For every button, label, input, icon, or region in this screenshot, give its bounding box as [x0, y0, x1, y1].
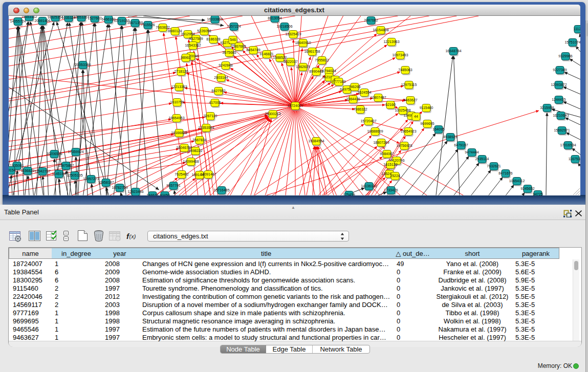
svg-text:16033809: 16033809 [207, 17, 223, 21]
svg-text:16543362: 16543362 [185, 43, 201, 47]
svg-text:14099468: 14099468 [183, 160, 199, 163]
svg-text:98961: 98961 [181, 56, 191, 59]
svg-text:8990448: 8990448 [309, 70, 323, 73]
svg-text:1615132: 1615132 [383, 163, 397, 166]
svg-text:16961758: 16961758 [304, 50, 320, 53]
svg-text:12353594: 12353594 [198, 126, 214, 129]
svg-text:9245652: 9245652 [520, 187, 534, 190]
svg-text:1733426: 1733426 [384, 188, 398, 192]
svg-text:8660124: 8660124 [168, 29, 182, 33]
svg-text:8186328: 8186328 [206, 37, 220, 41]
svg-text:3215958: 3215958 [540, 106, 554, 110]
svg-text:14091447: 14091447 [200, 172, 216, 176]
svg-text:13325419: 13325419 [285, 32, 301, 36]
svg-text:7357224: 7357224 [227, 25, 241, 28]
svg-text:8471676: 8471676 [498, 171, 512, 175]
svg-text:9463627: 9463627 [403, 98, 417, 102]
svg-text:12213963: 12213963 [383, 40, 399, 43]
svg-text:10653267: 10653267 [73, 16, 89, 19]
svg-text:18807249: 18807249 [373, 141, 389, 144]
svg-text:10688609: 10688609 [367, 129, 383, 133]
svg-text:19353112: 19353112 [21, 16, 37, 18]
svg-text:9242848: 9242848 [219, 63, 232, 67]
svg-text:15751074: 15751074 [564, 40, 580, 44]
svg-text:5226058: 5226058 [197, 29, 211, 33]
svg-text:9329966: 9329966 [558, 54, 572, 58]
svg-text:19756928: 19756928 [396, 144, 412, 147]
svg-text:19654923: 19654923 [400, 129, 416, 133]
svg-text:15692971: 15692971 [554, 128, 570, 132]
svg-text:25300213: 25300213 [265, 112, 280, 116]
svg-text:15720407: 15720407 [360, 119, 376, 123]
svg-text:19218506: 19218506 [276, 25, 292, 28]
svg-text:2718126: 2718126 [174, 70, 188, 73]
svg-text:417006: 417006 [209, 101, 221, 104]
svg-text:12975115: 12975115 [401, 83, 417, 86]
svg-text:7986322: 7986322 [353, 107, 367, 111]
svg-text:16154808: 16154808 [373, 28, 388, 32]
svg-text:10958187: 10958187 [98, 181, 114, 184]
svg-text:1145194: 1145194 [52, 172, 66, 176]
svg-text:9146821: 9146821 [259, 52, 273, 56]
svg-text:1244415: 1244415 [552, 98, 565, 101]
svg-text:164095: 164095 [432, 127, 444, 131]
svg-text:1167534: 1167534 [569, 157, 580, 161]
svg-text:1588520: 1588520 [273, 56, 287, 59]
svg-text:18640910: 18640910 [295, 41, 311, 45]
svg-text:746266: 746266 [349, 85, 360, 89]
svg-text:8938923: 8938923 [443, 135, 457, 139]
svg-text:7632621: 7632621 [487, 164, 500, 168]
svg-text:3567834: 3567834 [192, 138, 206, 142]
svg-text:6479197: 6479197 [454, 143, 468, 147]
svg-text:12942737: 12942737 [34, 169, 50, 173]
svg-text:44: 44 [414, 115, 418, 118]
svg-text:7515526: 7515526 [141, 23, 155, 27]
svg-text:2935114: 2935114 [475, 157, 489, 161]
svg-text:2364436: 2364436 [346, 97, 360, 101]
svg-text:(x): (x) [129, 233, 136, 239]
svg-text:14055724: 14055724 [10, 19, 26, 23]
svg-text:6794024: 6794024 [322, 69, 336, 73]
svg-text:20053346: 20053346 [75, 63, 91, 67]
svg-text:19384554: 19384554 [308, 139, 324, 143]
svg-text:9327509: 9327509 [189, 37, 203, 40]
svg-text:3267110: 3267110 [204, 114, 217, 118]
svg-text:12213363: 12213363 [171, 85, 187, 89]
svg-text:12923446: 12923446 [127, 190, 143, 193]
svg-text:3498222: 3498222 [188, 149, 202, 152]
svg-text:1527602: 1527602 [88, 16, 101, 20]
svg-text:9777169: 9777169 [332, 80, 345, 83]
svg-text:16210643: 16210643 [553, 114, 569, 117]
svg-text:8427552: 8427552 [211, 89, 225, 93]
svg-text:18724007: 18724007 [287, 104, 303, 107]
svg-text:2803144: 2803144 [214, 76, 228, 79]
svg-text:17016534: 17016534 [560, 143, 576, 147]
svg-text:10973493: 10973493 [392, 53, 408, 57]
svg-text:9474444: 9474444 [465, 150, 478, 154]
svg-text:15716485: 15716485 [213, 188, 229, 192]
svg-text:3675685: 3675685 [222, 51, 236, 54]
svg-text:10975867: 10975867 [58, 164, 74, 167]
svg-text:62160: 62160 [385, 103, 396, 106]
svg-text:5322037: 5322037 [284, 60, 297, 63]
svg-text:10654112: 10654112 [509, 179, 525, 183]
svg-text:1156829: 1156829 [21, 169, 35, 172]
svg-text:2867608: 2867608 [232, 45, 246, 48]
svg-text:94725: 94725 [533, 192, 543, 195]
svg-text:18325354: 18325354 [47, 16, 63, 19]
svg-text:8454749: 8454749 [246, 48, 260, 52]
svg-text:10807487: 10807487 [370, 96, 386, 99]
svg-text:19166825: 19166825 [171, 131, 187, 135]
svg-text:1362615: 1362615 [296, 65, 310, 69]
svg-text:9084067: 9084067 [380, 152, 394, 156]
svg-text:7663822: 7663822 [156, 26, 169, 29]
svg-text:9115460: 9115460 [420, 106, 433, 110]
svg-text:19654953: 19654953 [168, 116, 184, 120]
svg-text:16782759: 16782759 [112, 186, 127, 189]
svg-text:175459: 175459 [343, 193, 355, 195]
svg-text:92450: 92450 [160, 193, 170, 195]
svg-text:7485063: 7485063 [398, 68, 412, 72]
svg-text:17359924: 17359924 [68, 150, 83, 154]
svg-text:7955812: 7955812 [315, 58, 329, 62]
svg-text:14136141: 14136141 [361, 184, 377, 188]
